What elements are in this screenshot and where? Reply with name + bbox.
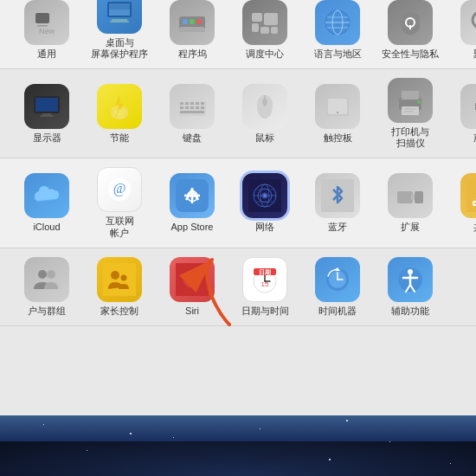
svg-text:New: New (39, 27, 55, 35)
icon-cell-internet[interactable]: @ 互联网帐户 (87, 167, 152, 238)
icon-label-internet: 互联网帐户 (106, 215, 134, 238)
row-0: New 通用 桌面与屏幕保护程序 (0, 0, 476, 69)
svg-point-46 (262, 99, 267, 106)
icon-label-printer: 打印机与扫描仪 (391, 126, 429, 149)
svg-text:S: S (188, 273, 196, 286)
icon-cell-display[interactable]: 显示器 (14, 84, 80, 144)
svg-point-81 (111, 271, 119, 280)
icon-label-icloud: iCloud (33, 222, 60, 233)
icon-cell-appstore[interactable]: ⊕ App Store (159, 173, 225, 233)
icon-label-language: 语言与地区 (314, 48, 362, 60)
icon-cell-language[interactable]: 语言与地区 (305, 0, 370, 60)
svg-rect-42 (196, 106, 199, 109)
svg-rect-53 (404, 108, 416, 110)
svg-point-79 (47, 270, 55, 279)
icon-cell-bluetooth[interactable]: 蓝牙 (305, 173, 370, 233)
svg-rect-5 (110, 21, 129, 23)
icon-cell-network[interactable]: 网络 (232, 173, 298, 233)
svg-rect-51 (402, 91, 419, 100)
svg-rect-13 (252, 13, 262, 22)
icon-label-mouse: 鼠标 (255, 132, 274, 144)
icon-label-siri: Siri (185, 306, 199, 317)
svg-rect-28 (35, 98, 58, 112)
icon-cell-trackpad[interactable]: 触控板 (305, 84, 370, 144)
icon-cell-icloud[interactable]: iCloud (14, 173, 80, 233)
svg-point-25 (473, 12, 476, 28)
icon-label-mission: 调度中心 (246, 48, 284, 60)
icon-cell-accessibility[interactable]: 辅助功能 (377, 257, 443, 317)
svg-point-32 (114, 109, 125, 116)
icon-label-dock: 程序坞 (178, 48, 207, 60)
icon-label-security: 安全性与隐私 (382, 48, 439, 60)
svg-rect-7 (109, 3, 130, 10)
icon-cell-keyboard[interactable]: 键盘 (159, 84, 225, 144)
icon-cell-printer[interactable]: 打印机与扫描仪 (377, 78, 443, 149)
icon-cell-general[interactable]: New 通用 (14, 0, 80, 60)
icon-cell-sharing[interactable]: 共享 (450, 173, 476, 233)
svg-text:15: 15 (261, 280, 269, 288)
svg-rect-11 (190, 19, 195, 24)
svg-point-78 (38, 270, 47, 279)
icon-cell-mouse[interactable]: 鼠标 (232, 84, 298, 144)
icon-label-timemachine: 时间机器 (318, 306, 357, 317)
svg-rect-16 (261, 27, 269, 34)
svg-rect-80 (103, 263, 136, 296)
svg-rect-38 (201, 102, 204, 105)
svg-rect-35 (185, 102, 189, 105)
svg-rect-10 (183, 19, 188, 24)
svg-rect-43 (201, 106, 204, 109)
icon-label-network: 网络 (255, 222, 274, 233)
icon-cell-spotlight[interactable]: 聚焦 (450, 0, 476, 60)
icon-label-trackpad: 触控板 (324, 132, 352, 144)
icon-cell-parental[interactable]: 家长控制 (87, 257, 152, 317)
icon-label-parental: 家长控制 (100, 306, 138, 317)
settings-window: New 通用 桌面与屏幕保护程序 (0, 0, 476, 415)
icon-label-appstore: App Store (171, 222, 214, 233)
icon-label-datetime: 日期与时间 (241, 306, 289, 317)
svg-rect-36 (190, 102, 194, 105)
svg-rect-44 (180, 111, 204, 113)
icon-label-bluetooth: 蓝牙 (328, 222, 347, 233)
row-1: 显示器 节能 (0, 69, 476, 158)
svg-rect-17 (271, 27, 278, 34)
row-2: iCloud @ 互联网帐户 ⊕ App Store (0, 158, 476, 248)
svg-rect-41 (190, 106, 194, 109)
svg-rect-34 (180, 102, 183, 105)
icon-label-energy: 节能 (110, 132, 129, 144)
svg-rect-75 (466, 179, 476, 212)
svg-point-55 (417, 100, 421, 104)
icon-label-accessibility: 辅助功能 (391, 306, 429, 317)
icon-cell-sound[interactable]: 声音 (450, 84, 476, 144)
icon-label-display: 显示器 (33, 132, 61, 144)
svg-rect-9 (179, 27, 205, 32)
svg-rect-0 (35, 13, 49, 23)
row-3: 户与群组 家长控制 S Siri (0, 248, 476, 326)
icon-cell-users[interactable]: 户与群组 (14, 257, 80, 317)
icon-label-users: 户与群组 (28, 306, 66, 317)
svg-point-70 (263, 194, 267, 197)
svg-rect-15 (252, 23, 259, 32)
icon-label-keyboard: 键盘 (183, 132, 202, 144)
svg-rect-30 (40, 115, 54, 117)
icon-label-desktop: 桌面与屏幕保护程序 (91, 37, 148, 60)
svg-rect-39 (180, 106, 183, 109)
svg-rect-37 (196, 102, 199, 105)
icon-cell-security[interactable]: 安全性与隐私 (377, 0, 443, 60)
icon-cell-dock[interactable]: 程序坞 (159, 0, 225, 60)
icon-cell-desktop[interactable]: 桌面与屏幕保护程序 (87, 0, 152, 60)
desktop-background (0, 415, 476, 476)
svg-text:@: @ (113, 181, 126, 196)
svg-rect-29 (42, 113, 51, 115)
svg-rect-40 (185, 106, 189, 109)
icon-cell-mission[interactable]: 调度中心 (232, 0, 298, 60)
icon-cell-timemachine[interactable]: 时间机器 (305, 257, 370, 317)
svg-rect-74 (415, 191, 423, 203)
icon-cell-siri[interactable]: S Siri (159, 257, 225, 317)
icon-cell-datetime[interactable]: 日期 15 日期与时间 (232, 257, 298, 317)
icon-cell-extensions[interactable]: 扩展 (377, 173, 443, 233)
svg-rect-12 (196, 19, 202, 24)
icon-cell-energy[interactable]: 节能 (87, 84, 152, 144)
svg-rect-4 (112, 19, 127, 21)
icon-label-general: 通用 (37, 48, 56, 60)
svg-rect-54 (404, 111, 413, 113)
